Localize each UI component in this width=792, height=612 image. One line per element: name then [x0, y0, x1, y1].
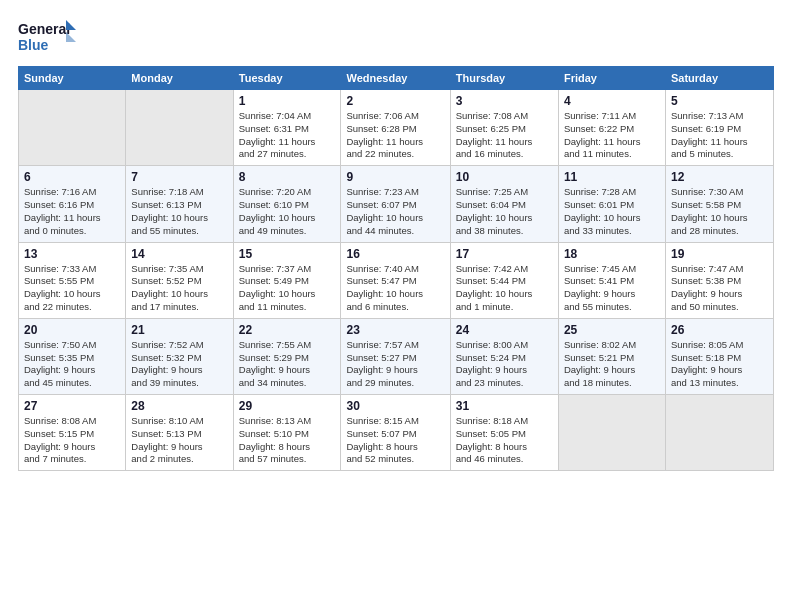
day-info: Sunrise: 7:40 AM Sunset: 5:47 PM Dayligh… [346, 263, 444, 314]
calendar-table: SundayMondayTuesdayWednesdayThursdayFrid… [18, 66, 774, 471]
day-info: Sunrise: 7:33 AM Sunset: 5:55 PM Dayligh… [24, 263, 120, 314]
day-number: 21 [131, 323, 227, 337]
day-number: 12 [671, 170, 768, 184]
day-number: 14 [131, 247, 227, 261]
calendar-cell: 31Sunrise: 8:18 AM Sunset: 5:05 PM Dayli… [450, 395, 558, 471]
day-info: Sunrise: 7:50 AM Sunset: 5:35 PM Dayligh… [24, 339, 120, 390]
calendar-cell: 20Sunrise: 7:50 AM Sunset: 5:35 PM Dayli… [19, 318, 126, 394]
week-row-1: 1Sunrise: 7:04 AM Sunset: 6:31 PM Daylig… [19, 90, 774, 166]
calendar-cell: 30Sunrise: 8:15 AM Sunset: 5:07 PM Dayli… [341, 395, 450, 471]
day-info: Sunrise: 8:15 AM Sunset: 5:07 PM Dayligh… [346, 415, 444, 466]
logo-svg: General Blue [18, 18, 78, 56]
svg-marker-3 [66, 32, 76, 42]
week-row-4: 20Sunrise: 7:50 AM Sunset: 5:35 PM Dayli… [19, 318, 774, 394]
day-info: Sunrise: 7:16 AM Sunset: 6:16 PM Dayligh… [24, 186, 120, 237]
calendar-cell: 16Sunrise: 7:40 AM Sunset: 5:47 PM Dayli… [341, 242, 450, 318]
day-info: Sunrise: 7:25 AM Sunset: 6:04 PM Dayligh… [456, 186, 553, 237]
day-info: Sunrise: 8:10 AM Sunset: 5:13 PM Dayligh… [131, 415, 227, 466]
day-number: 9 [346, 170, 444, 184]
day-number: 18 [564, 247, 660, 261]
day-number: 17 [456, 247, 553, 261]
header: General Blue [18, 18, 774, 56]
calendar-cell: 14Sunrise: 7:35 AM Sunset: 5:52 PM Dayli… [126, 242, 233, 318]
day-info: Sunrise: 7:06 AM Sunset: 6:28 PM Dayligh… [346, 110, 444, 161]
svg-text:General: General [18, 21, 70, 37]
day-number: 25 [564, 323, 660, 337]
calendar-cell: 7Sunrise: 7:18 AM Sunset: 6:13 PM Daylig… [126, 166, 233, 242]
weekday-header-row: SundayMondayTuesdayWednesdayThursdayFrid… [19, 67, 774, 90]
calendar-cell: 23Sunrise: 7:57 AM Sunset: 5:27 PM Dayli… [341, 318, 450, 394]
day-number: 28 [131, 399, 227, 413]
day-info: Sunrise: 7:45 AM Sunset: 5:41 PM Dayligh… [564, 263, 660, 314]
day-number: 23 [346, 323, 444, 337]
day-number: 13 [24, 247, 120, 261]
week-row-3: 13Sunrise: 7:33 AM Sunset: 5:55 PM Dayli… [19, 242, 774, 318]
calendar-cell: 11Sunrise: 7:28 AM Sunset: 6:01 PM Dayli… [558, 166, 665, 242]
day-info: Sunrise: 7:47 AM Sunset: 5:38 PM Dayligh… [671, 263, 768, 314]
calendar-cell: 5Sunrise: 7:13 AM Sunset: 6:19 PM Daylig… [665, 90, 773, 166]
week-row-2: 6Sunrise: 7:16 AM Sunset: 6:16 PM Daylig… [19, 166, 774, 242]
weekday-header-saturday: Saturday [665, 67, 773, 90]
calendar-cell: 18Sunrise: 7:45 AM Sunset: 5:41 PM Dayli… [558, 242, 665, 318]
calendar-cell: 13Sunrise: 7:33 AM Sunset: 5:55 PM Dayli… [19, 242, 126, 318]
day-info: Sunrise: 7:52 AM Sunset: 5:32 PM Dayligh… [131, 339, 227, 390]
calendar-cell: 24Sunrise: 8:00 AM Sunset: 5:24 PM Dayli… [450, 318, 558, 394]
calendar-cell: 25Sunrise: 8:02 AM Sunset: 5:21 PM Dayli… [558, 318, 665, 394]
day-number: 20 [24, 323, 120, 337]
calendar-cell: 19Sunrise: 7:47 AM Sunset: 5:38 PM Dayli… [665, 242, 773, 318]
day-info: Sunrise: 8:00 AM Sunset: 5:24 PM Dayligh… [456, 339, 553, 390]
day-info: Sunrise: 7:13 AM Sunset: 6:19 PM Dayligh… [671, 110, 768, 161]
day-number: 19 [671, 247, 768, 261]
calendar-cell: 3Sunrise: 7:08 AM Sunset: 6:25 PM Daylig… [450, 90, 558, 166]
day-info: Sunrise: 8:08 AM Sunset: 5:15 PM Dayligh… [24, 415, 120, 466]
day-number: 2 [346, 94, 444, 108]
weekday-header-wednesday: Wednesday [341, 67, 450, 90]
weekday-header-monday: Monday [126, 67, 233, 90]
calendar-cell: 2Sunrise: 7:06 AM Sunset: 6:28 PM Daylig… [341, 90, 450, 166]
day-info: Sunrise: 7:57 AM Sunset: 5:27 PM Dayligh… [346, 339, 444, 390]
day-number: 24 [456, 323, 553, 337]
day-number: 1 [239, 94, 336, 108]
calendar-cell: 15Sunrise: 7:37 AM Sunset: 5:49 PM Dayli… [233, 242, 341, 318]
day-number: 31 [456, 399, 553, 413]
calendar-cell [126, 90, 233, 166]
day-info: Sunrise: 7:20 AM Sunset: 6:10 PM Dayligh… [239, 186, 336, 237]
calendar-cell: 6Sunrise: 7:16 AM Sunset: 6:16 PM Daylig… [19, 166, 126, 242]
day-info: Sunrise: 7:35 AM Sunset: 5:52 PM Dayligh… [131, 263, 227, 314]
day-number: 3 [456, 94, 553, 108]
day-info: Sunrise: 7:55 AM Sunset: 5:29 PM Dayligh… [239, 339, 336, 390]
day-info: Sunrise: 7:11 AM Sunset: 6:22 PM Dayligh… [564, 110, 660, 161]
day-info: Sunrise: 7:28 AM Sunset: 6:01 PM Dayligh… [564, 186, 660, 237]
day-info: Sunrise: 7:37 AM Sunset: 5:49 PM Dayligh… [239, 263, 336, 314]
logo: General Blue [18, 18, 78, 56]
day-info: Sunrise: 7:04 AM Sunset: 6:31 PM Dayligh… [239, 110, 336, 161]
calendar-cell: 9Sunrise: 7:23 AM Sunset: 6:07 PM Daylig… [341, 166, 450, 242]
day-number: 16 [346, 247, 444, 261]
day-info: Sunrise: 7:18 AM Sunset: 6:13 PM Dayligh… [131, 186, 227, 237]
calendar-cell: 22Sunrise: 7:55 AM Sunset: 5:29 PM Dayli… [233, 318, 341, 394]
day-info: Sunrise: 8:13 AM Sunset: 5:10 PM Dayligh… [239, 415, 336, 466]
day-info: Sunrise: 8:18 AM Sunset: 5:05 PM Dayligh… [456, 415, 553, 466]
day-number: 7 [131, 170, 227, 184]
calendar-cell: 28Sunrise: 8:10 AM Sunset: 5:13 PM Dayli… [126, 395, 233, 471]
day-number: 29 [239, 399, 336, 413]
calendar-cell: 4Sunrise: 7:11 AM Sunset: 6:22 PM Daylig… [558, 90, 665, 166]
calendar-cell: 29Sunrise: 8:13 AM Sunset: 5:10 PM Dayli… [233, 395, 341, 471]
day-number: 15 [239, 247, 336, 261]
svg-text:Blue: Blue [18, 37, 49, 53]
calendar-page: General Blue SundayMondayTuesdayWednesda… [0, 0, 792, 612]
day-number: 10 [456, 170, 553, 184]
calendar-cell [19, 90, 126, 166]
day-number: 6 [24, 170, 120, 184]
day-number: 11 [564, 170, 660, 184]
week-row-5: 27Sunrise: 8:08 AM Sunset: 5:15 PM Dayli… [19, 395, 774, 471]
weekday-header-tuesday: Tuesday [233, 67, 341, 90]
calendar-cell: 8Sunrise: 7:20 AM Sunset: 6:10 PM Daylig… [233, 166, 341, 242]
calendar-cell: 1Sunrise: 7:04 AM Sunset: 6:31 PM Daylig… [233, 90, 341, 166]
calendar-cell: 10Sunrise: 7:25 AM Sunset: 6:04 PM Dayli… [450, 166, 558, 242]
calendar-cell: 21Sunrise: 7:52 AM Sunset: 5:32 PM Dayli… [126, 318, 233, 394]
calendar-cell [665, 395, 773, 471]
day-info: Sunrise: 7:30 AM Sunset: 5:58 PM Dayligh… [671, 186, 768, 237]
day-number: 8 [239, 170, 336, 184]
calendar-cell: 26Sunrise: 8:05 AM Sunset: 5:18 PM Dayli… [665, 318, 773, 394]
